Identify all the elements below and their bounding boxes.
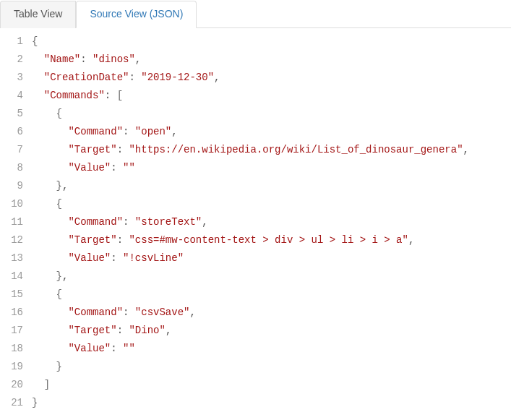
line-number: 18 [0,340,23,358]
line-number: 1 [0,33,23,51]
code-line[interactable]: }, [32,267,511,286]
line-number: 9 [0,177,23,195]
line-number: 19 [0,358,23,376]
tab-table-view[interactable]: Table View [0,1,76,28]
code-line[interactable]: "Target": "css=#mw-content-text > div > … [32,231,511,249]
code-line[interactable]: { [32,105,511,123]
code-line[interactable]: "Value": "" [32,340,511,358]
tab-source-view[interactable]: Source View (JSON) [76,1,197,28]
code-line[interactable]: "CreationDate": "2019-12-30", [32,69,511,87]
code-content[interactable]: { "Name": "dinos", "CreationDate": "2019… [32,33,511,412]
code-line[interactable]: "Target": "https://en.wikipedia.org/wiki… [32,141,511,159]
code-line[interactable]: } [32,358,511,376]
code-line[interactable]: "Command": "csvSave", [32,304,511,322]
line-number: 6 [0,123,23,141]
code-line[interactable]: "Commands": [ [32,87,511,105]
tab-bar: Table View Source View (JSON) [0,0,511,28]
line-number: 14 [0,267,23,286]
line-number: 7 [0,141,23,159]
line-number: 5 [0,105,23,123]
json-editor[interactable]: 123456789101112131415161718192021 { "Nam… [0,28,511,419]
code-line[interactable]: ] [32,376,511,394]
line-number: 10 [0,195,23,213]
code-line[interactable]: "Name": "dinos", [32,51,511,69]
line-number: 8 [0,159,23,177]
code-line[interactable]: "Value": "!csvLine" [32,249,511,267]
code-line[interactable]: "Target": "Dino", [32,322,511,340]
line-number: 16 [0,304,23,322]
line-number: 4 [0,87,23,105]
line-number: 11 [0,213,23,231]
line-number: 3 [0,69,23,87]
line-number: 2 [0,51,23,69]
line-number: 15 [0,286,23,304]
line-number: 13 [0,249,23,267]
code-line[interactable]: }, [32,177,511,195]
code-line[interactable]: } [32,394,511,412]
code-line[interactable]: "Command": "open", [32,123,511,141]
line-number: 20 [0,376,23,394]
line-number-gutter: 123456789101112131415161718192021 [0,33,32,412]
code-line[interactable]: { [32,33,511,51]
code-line[interactable]: { [32,286,511,304]
code-line[interactable]: "Value": "" [32,159,511,177]
code-line[interactable]: { [32,195,511,213]
line-number: 12 [0,231,23,249]
line-number: 17 [0,322,23,340]
line-number: 21 [0,394,23,412]
code-line[interactable]: "Command": "storeText", [32,213,511,231]
